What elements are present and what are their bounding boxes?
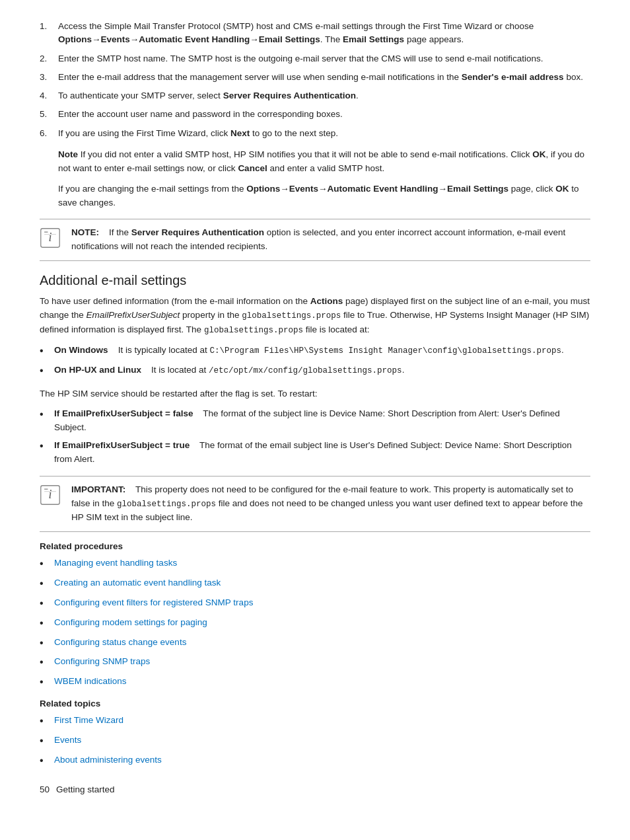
related-proc-7[interactable]: • WBEM indications [40, 675, 590, 691]
link-wbem-indications[interactable]: WBEM indications [54, 676, 127, 686]
step-3: 3. Enter the e-mail address that the man… [40, 71, 590, 84]
related-topic-2[interactable]: • Events [40, 734, 590, 749]
step-content-5: Enter the account user name and password… [58, 108, 590, 121]
related-proc-3[interactable]: • Configuring event filters for register… [40, 596, 590, 612]
svg-text:i: i [49, 488, 52, 501]
bullet-false: • If EmailPrefixUserSubject = false The … [40, 407, 590, 435]
bullet-windows: • On Windows It is typically located at … [40, 344, 590, 360]
step-content-3: Enter the e-mail address that the manage… [58, 71, 590, 84]
step-1: 1. Access the Simple Mail Transfer Proto… [40, 20, 590, 47]
bullet-dot-3: • [40, 406, 54, 423]
related-topic-1[interactable]: • First Time Wizard [40, 714, 590, 730]
location-bullets: • On Windows It is typically located at … [40, 344, 590, 379]
restart-bullets: • If EmailPrefixUserSubject = false The … [40, 407, 590, 467]
footer-text: Getting started [56, 784, 115, 794]
related-proc-1[interactable]: • Managing event handling tasks [40, 556, 590, 572]
step-num-2: 2. [40, 52, 58, 65]
note-box-2: i IMPORTANT: This property does not need… [40, 476, 590, 532]
related-procedures-label: Related procedures [40, 541, 590, 551]
related-topics-list: • First Time Wizard • Events • About adm… [40, 714, 590, 769]
link-configuring-snmp-traps[interactable]: Configuring SNMP traps [54, 656, 150, 666]
link-managing-event-handling-tasks[interactable]: Managing event handling tasks [54, 558, 177, 568]
note-indent-2: If you are changing the e-mail settings … [58, 182, 590, 210]
related-topic-3[interactable]: • About administering events [40, 753, 590, 769]
bullet-dot-rp4: • [40, 615, 54, 632]
bullet-dot-1: • [40, 343, 54, 360]
link-events[interactable]: Events [54, 735, 81, 745]
bullet-dot-4: • [40, 438, 54, 455]
step-content-6: If you are using the First Time Wizard, … [58, 127, 590, 140]
bullet-dot-rp5: • [40, 635, 54, 652]
bullet-true: • If EmailPrefixUserSubject = true The f… [40, 439, 590, 467]
related-proc-4[interactable]: • Configuring modem settings for paging [40, 616, 590, 632]
related-proc-6[interactable]: • Configuring SNMP traps [40, 655, 590, 671]
step-2: 2. Enter the SMTP host name. The SMTP ho… [40, 52, 590, 65]
bullet-dot-rp1: • [40, 556, 54, 572]
bullet-dot-rp6: • [40, 654, 54, 671]
step-6: 6. If you are using the First Time Wizar… [40, 127, 590, 140]
link-configuring-status-change[interactable]: Configuring status change events [54, 637, 186, 647]
step-5: 5. Enter the account user name and passw… [40, 108, 590, 121]
step-content-1: Access the Simple Mail Transfer Protocol… [58, 20, 590, 47]
link-creating-automatic-event[interactable]: Creating an automatic event handling tas… [54, 578, 221, 588]
svg-text:i: i [49, 231, 52, 245]
bullet-true-content: If EmailPrefixUserSubject = true The for… [54, 439, 590, 467]
bullet-windows-content: On Windows It is typically located at C:… [54, 344, 590, 358]
step-num-3: 3. [40, 71, 58, 84]
restart-para: The HP SIM service should be restarted a… [40, 387, 590, 401]
step-num-1: 1. [40, 20, 58, 47]
related-proc-5[interactable]: • Configuring status change events [40, 636, 590, 652]
step-4: 4. To authenticate your SMTP server, sel… [40, 89, 590, 102]
bullet-dot-rt3: • [40, 753, 54, 769]
note-box-1: i NOTE: If the Server Requires Authentic… [40, 219, 590, 261]
bullet-dot-rp7: • [40, 674, 54, 691]
related-topics-label: Related topics [40, 699, 590, 708]
link-configuring-modem[interactable]: Configuring modem settings for paging [54, 617, 207, 627]
bullet-linux: • On HP-UX and Linux It is located at /e… [40, 363, 590, 379]
note-indent-1: Note If you did not enter a valid SMTP h… [58, 148, 590, 176]
bullet-dot-rt1: • [40, 713, 54, 730]
related-procedures-list: • Managing event handling tasks • Creati… [40, 556, 590, 691]
bullet-dot-2: • [40, 363, 54, 379]
step-num-4: 4. [40, 89, 58, 102]
section-para-1: To have user defined information (from t… [40, 295, 590, 337]
page-number: 50 [40, 784, 50, 794]
note-icon-2: i [40, 484, 63, 508]
note-box-2-text: IMPORTANT: This property does not need t… [71, 483, 590, 525]
step-num-5: 5. [40, 108, 58, 121]
section-heading: Additional e-mail settings [40, 273, 590, 288]
numbered-steps: 1. Access the Simple Mail Transfer Proto… [40, 20, 590, 140]
link-about-admin-events[interactable]: About administering events [54, 755, 162, 765]
bullet-dot-rt2: • [40, 733, 54, 749]
bullet-dot-rp3: • [40, 595, 54, 612]
link-configuring-event-filters[interactable]: Configuring event filters for registered… [54, 597, 253, 607]
bullet-false-content: If EmailPrefixUserSubject = false The fo… [54, 407, 590, 435]
step-num-6: 6. [40, 127, 58, 140]
bullet-dot-rp2: • [40, 576, 54, 592]
bullet-linux-content: On HP-UX and Linux It is located at /etc… [54, 363, 590, 377]
step-content-2: Enter the SMTP host name. The SMTP host … [58, 52, 590, 65]
note-indent-block: Note If you did not enter a valid SMTP h… [58, 148, 590, 210]
step-content-4: To authenticate your SMTP server, select… [58, 89, 590, 102]
page-footer: 50 Getting started [40, 784, 590, 794]
related-proc-2[interactable]: • Creating an automatic event handling t… [40, 576, 590, 592]
note-icon-1: i [40, 227, 63, 250]
link-first-time-wizard[interactable]: First Time Wizard [54, 715, 123, 725]
note-box-1-text: NOTE: If the Server Requires Authenticat… [71, 226, 590, 254]
